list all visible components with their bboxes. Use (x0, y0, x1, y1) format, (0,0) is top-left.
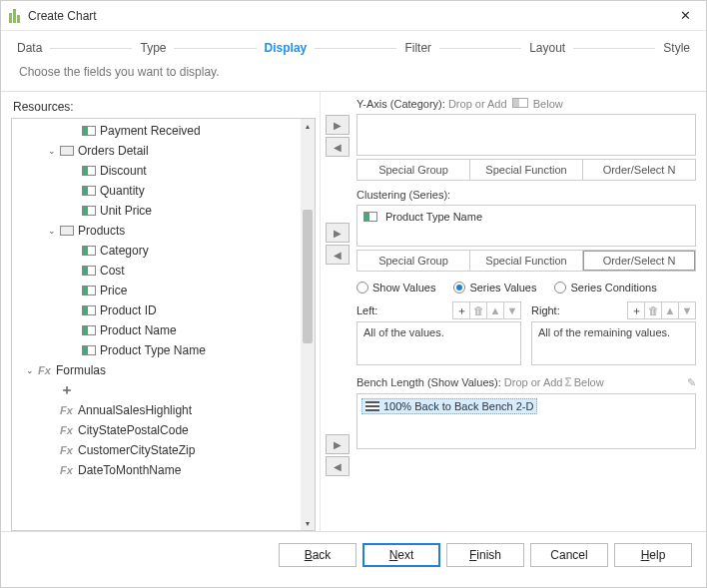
formula-icon: Fx (60, 464, 78, 476)
field-icon (82, 246, 96, 256)
resources-tree[interactable]: Payment Received⌄Orders DetailDiscountQu… (11, 118, 316, 531)
right-up-button[interactable]: ▲ (661, 301, 679, 319)
sigma-icon[interactable]: Σ (564, 375, 571, 389)
tree-item[interactable]: Product Type Name (12, 340, 301, 360)
tree-item[interactable]: Cost (12, 261, 301, 281)
field-icon (82, 126, 96, 136)
app-logo-icon (9, 9, 20, 23)
right-delete-button[interactable]: 🗑 (644, 301, 662, 319)
tree-item[interactable]: ⌄Products (12, 221, 301, 241)
tree-item[interactable]: Product Name (12, 320, 301, 340)
step-subtitle: Choose the fields you want to display. (1, 63, 706, 92)
plus-icon: ＋ (60, 381, 78, 399)
yaxis-toggle-icon[interactable] (512, 98, 528, 108)
left-down-button[interactable]: ▼ (503, 301, 521, 319)
formula-icon: Fx (60, 444, 78, 456)
bench-edit-icon[interactable]: ✎ (687, 376, 696, 389)
field-icon (82, 186, 96, 196)
clustering-add-arrow[interactable]: ▶ (326, 223, 350, 243)
scroll-down-button[interactable]: ▾ (301, 516, 315, 530)
step-filter[interactable]: Filter (402, 39, 433, 57)
right-label: Right: (531, 304, 560, 316)
tree-item[interactable]: Quantity (12, 181, 301, 201)
left-add-button[interactable]: ＋ (452, 301, 470, 319)
disclosure-icon[interactable]: ⌄ (24, 364, 36, 376)
yaxis-special-function[interactable]: Special Function (470, 160, 583, 180)
step-data[interactable]: Data (15, 39, 44, 57)
formula-icon: Fx (60, 404, 78, 416)
tree-item[interactable]: FxDateToMonthName (12, 460, 301, 480)
bench-type-icon (365, 401, 379, 411)
clustering-remove-arrow[interactable]: ◀ (326, 245, 350, 265)
tree-item[interactable]: ⌄Orders Detail (12, 141, 301, 161)
tree-item[interactable]: FxCustomerCityStateZip (12, 440, 301, 460)
radio-show-values[interactable]: Show Values (356, 282, 435, 294)
left-delete-button[interactable]: 🗑 (469, 301, 487, 319)
right-down-button[interactable]: ▼ (678, 301, 696, 319)
bench-dropzone[interactable]: 100% Back to Back Bench 2-D (356, 393, 696, 449)
tree-item[interactable]: ⌄FxFormulas (12, 360, 301, 380)
values-radio-row: Show Values Series Values Series Conditi… (356, 276, 696, 297)
folder-icon (60, 226, 74, 236)
next-button[interactable]: Next (362, 543, 440, 567)
step-display[interactable]: Display (263, 39, 310, 57)
clustering-label: Clustering (Series): (356, 189, 696, 201)
radio-series-values[interactable]: Series Values (453, 282, 536, 294)
clustering-button-row: Special Group Special Function Order/Sel… (356, 250, 696, 272)
back-button[interactable]: Back (279, 543, 356, 567)
tree-item[interactable]: Price (12, 281, 301, 300)
clustering-item[interactable]: Product Type Name (361, 210, 691, 224)
right-values-box[interactable]: All of the remaining values. (531, 321, 696, 365)
field-icon (363, 212, 377, 222)
tree-item[interactable]: Unit Price (12, 201, 301, 221)
yaxis-order-select[interactable]: Order/Select N (583, 160, 695, 180)
scroll-thumb[interactable] (303, 210, 313, 343)
close-button[interactable]: ✕ (672, 5, 698, 27)
field-icon (82, 266, 96, 276)
bench-item[interactable]: 100% Back to Back Bench 2-D (361, 398, 537, 414)
window-title: Create Chart (28, 9, 672, 23)
field-icon (82, 206, 96, 216)
step-type[interactable]: Type (138, 39, 168, 57)
clustering-special-group[interactable]: Special Group (357, 251, 470, 271)
yaxis-dropzone[interactable] (356, 114, 696, 156)
tree-item[interactable]: FxCityStatePostalCode (12, 420, 301, 440)
radio-series-conditions[interactable]: Series Conditions (554, 282, 656, 294)
left-up-button[interactable]: ▲ (486, 301, 504, 319)
clustering-dropzone[interactable]: Product Type Name (356, 205, 696, 247)
help-button[interactable]: Help (614, 543, 692, 567)
disclosure-icon[interactable]: ⌄ (46, 145, 58, 157)
field-icon (82, 286, 96, 295)
disclosure-icon[interactable]: ⌄ (46, 225, 58, 237)
bench-remove-arrow[interactable]: ◀ (326, 456, 350, 476)
formula-icon: Fx (60, 424, 78, 436)
bench-add-arrow[interactable]: ▶ (326, 434, 350, 454)
yaxis-button-row: Special Group Special Function Order/Sel… (356, 159, 696, 181)
field-icon (82, 305, 96, 315)
tree-item[interactable]: ＋ (12, 380, 301, 400)
folder-icon (60, 146, 74, 156)
yaxis-add-arrow[interactable]: ▶ (326, 115, 350, 135)
field-icon (82, 166, 96, 176)
clustering-order-select[interactable]: Order/Select N (583, 251, 695, 271)
yaxis-remove-arrow[interactable]: ◀ (326, 137, 350, 157)
dialog-footer: Back Next Finish Cancel Help (1, 531, 706, 577)
step-layout[interactable]: Layout (527, 39, 567, 57)
finish-button[interactable]: Finish (446, 543, 524, 567)
left-values-box[interactable]: All of the values. (356, 321, 521, 365)
scroll-up-button[interactable]: ▴ (301, 119, 315, 133)
cancel-button[interactable]: Cancel (530, 543, 608, 567)
yaxis-special-group[interactable]: Special Group (357, 160, 470, 180)
tree-item[interactable]: Payment Received (12, 121, 301, 141)
step-style[interactable]: Style (661, 39, 692, 57)
yaxis-label: Y-Axis (Category): Drop or Add Below (356, 98, 696, 110)
right-add-button[interactable]: ＋ (627, 301, 645, 319)
resources-label: Resources: (11, 100, 320, 114)
tree-item[interactable]: Discount (12, 161, 301, 181)
tree-item[interactable]: Category (12, 241, 301, 261)
clustering-special-function[interactable]: Special Function (470, 251, 583, 271)
resources-scrollbar[interactable]: ▴ ▾ (301, 119, 315, 530)
formula-icon: Fx (38, 364, 56, 376)
tree-item[interactable]: FxAnnualSalesHighlight (12, 400, 301, 420)
tree-item[interactable]: Product ID (12, 300, 301, 320)
